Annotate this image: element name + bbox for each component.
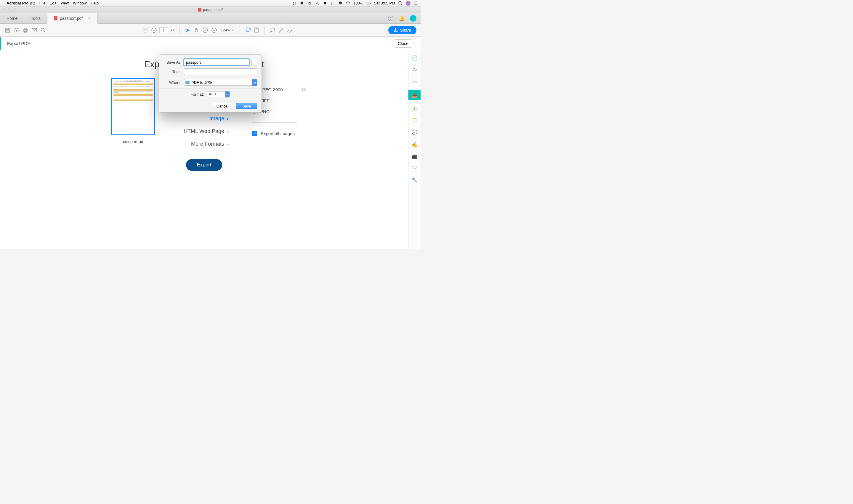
menu-edit[interactable]: Edit	[50, 1, 56, 5]
tab-home[interactable]: Home	[0, 13, 24, 23]
cancel-button[interactable]: Cancel	[212, 103, 233, 109]
traffic-lights[interactable]	[2, 8, 16, 11]
fill-sign-icon[interactable]: ✍	[411, 141, 418, 147]
where-label: Where:	[163, 80, 181, 85]
format-html[interactable]: HTML Web Page▸	[184, 128, 229, 134]
expand-dialog-button[interactable]: ⌄	[251, 59, 257, 66]
folder-icon	[185, 81, 190, 84]
spotlight-icon[interactable]	[398, 1, 403, 6]
scan-ocr-icon[interactable]: 📠	[411, 153, 418, 159]
option-label: JPEG 2000	[260, 87, 283, 92]
window-titlebar: passport.pdf	[0, 6, 421, 13]
organize-pages-icon[interactable]: ◫	[411, 105, 418, 112]
export-pdf-icon[interactable]: 📤	[408, 90, 421, 100]
save-button[interactable]: Save	[236, 103, 257, 109]
menu-view[interactable]: View	[60, 1, 69, 5]
export-all-images-checkbox[interactable]: ✓Export all images	[252, 131, 297, 136]
creative-cloud-icon[interactable]: ⌘	[299, 1, 304, 6]
selection-tool-icon[interactable]: ➤	[184, 26, 191, 34]
export-pdf-header: Export PDF Close	[0, 37, 421, 50]
close-panel-button[interactable]: Close	[392, 39, 415, 48]
combine-files-icon[interactable]: 🗂	[411, 66, 418, 73]
menu-window[interactable]: Window	[73, 1, 87, 5]
more-tools-icon[interactable]: 🔧	[411, 177, 418, 183]
gdrive-icon[interactable]: △	[315, 1, 320, 6]
export-button[interactable]: Export	[186, 159, 222, 171]
page-number-input[interactable]	[159, 27, 168, 33]
wifi-icon[interactable]	[345, 1, 350, 6]
account-avatar[interactable]	[410, 15, 416, 22]
svg-rect-18	[246, 28, 249, 32]
zoom-out-icon[interactable]	[202, 26, 209, 34]
thumbnail-filename: passport.pdf	[121, 139, 144, 144]
tab-tools-label: Tools	[31, 16, 40, 21]
zoom-level-select[interactable]: 124% ▼	[219, 28, 235, 32]
status-icon-3[interactable]: ✲	[338, 1, 343, 6]
help-icon[interactable]: ?	[388, 16, 393, 21]
where-value: PDF to JPG	[191, 80, 212, 85]
chevron-right-icon: ▸	[227, 129, 229, 133]
tags-input[interactable]	[184, 68, 257, 75]
menubar-app-name[interactable]: Acrobat Pro DC	[6, 1, 35, 5]
battery-icon[interactable]	[366, 1, 371, 6]
page-down-icon[interactable]	[150, 26, 158, 34]
zoom-window-button[interactable]	[13, 8, 16, 11]
chevron-right-icon: ▸	[227, 142, 229, 146]
notification-center-icon[interactable]: ☰	[413, 1, 418, 6]
pdf-file-icon	[54, 16, 57, 20]
cloud-upload-icon[interactable]	[13, 26, 20, 34]
status-icon-2[interactable]: ■	[322, 1, 327, 6]
send-comments-icon[interactable]: 🗨	[411, 117, 418, 124]
export-pdf-title: Export PDF	[7, 41, 30, 46]
save-as-input[interactable]	[184, 59, 249, 66]
document-thumbnail[interactable]: U.S. PASSPORT APPLICATION PLEASE DETACH …	[111, 78, 155, 135]
menu-file[interactable]: File	[39, 1, 46, 5]
format-select[interactable]: JPEG ▴▾	[206, 91, 230, 97]
minimize-window-button[interactable]	[8, 8, 11, 11]
svg-line-10	[44, 31, 45, 32]
svg-rect-2	[370, 3, 371, 3]
edit-pdf-icon[interactable]: ▭	[411, 78, 418, 85]
accent-strip	[0, 37, 1, 50]
format-label: More Formats	[191, 141, 224, 147]
menu-help[interactable]: Help	[91, 1, 99, 5]
tab-document[interactable]: passport.pdf ✕	[48, 13, 98, 24]
close-window-button[interactable]	[2, 8, 6, 11]
settings-gear-icon[interactable]: ⚙	[302, 87, 306, 93]
email-icon[interactable]	[31, 26, 38, 34]
fit-width-icon[interactable]: ▾	[244, 26, 251, 34]
right-tool-rail: 📄 🗂 ▭ 📤 ◫ 🗨 💬 ✍ 📠 🛡 🔧	[408, 50, 421, 249]
dropbox-icon[interactable]: ⧈	[307, 1, 312, 6]
zoom-in-icon[interactable]	[211, 26, 218, 34]
format-more[interactable]: More Formats▸	[191, 141, 229, 147]
highlight-icon[interactable]	[278, 26, 285, 34]
status-icon-1[interactable]: ◎	[292, 1, 297, 6]
comment-icon[interactable]	[269, 26, 276, 34]
hand-tool-icon[interactable]	[193, 26, 200, 34]
notifications-icon[interactable]: 🔔	[399, 15, 405, 21]
fit-page-icon[interactable]	[253, 26, 260, 34]
battery-percent[interactable]: 100%	[353, 1, 363, 5]
where-folder-select[interactable]: PDF to JPG ▴▾	[184, 79, 257, 86]
protect-icon[interactable]: 🛡	[411, 165, 418, 171]
format-image[interactable]: Image▸	[209, 115, 229, 122]
format-label: Format:	[191, 92, 204, 96]
airplay-icon[interactable]: ▢	[330, 1, 335, 6]
siri-icon[interactable]	[406, 1, 410, 6]
svg-rect-6	[24, 28, 26, 29]
share-label: Share	[400, 28, 411, 33]
menubar-clock[interactable]: Sat 3:05 PM	[374, 1, 395, 5]
page-up-icon[interactable]	[142, 26, 149, 34]
create-pdf-icon[interactable]: 📄	[411, 54, 418, 61]
tab-tools[interactable]: Tools	[24, 13, 48, 23]
share-button[interactable]: Share	[388, 26, 416, 34]
save-icon[interactable]	[4, 26, 11, 34]
comment-tool-icon[interactable]: 💬	[411, 129, 418, 136]
print-icon[interactable]	[22, 26, 29, 34]
sign-icon[interactable]	[286, 26, 294, 34]
svg-point-9	[41, 28, 44, 31]
close-tab-icon[interactable]: ✕	[88, 16, 91, 20]
find-icon[interactable]	[40, 26, 47, 34]
tags-label: Tags:	[163, 70, 181, 74]
dialog-divider	[159, 100, 262, 101]
